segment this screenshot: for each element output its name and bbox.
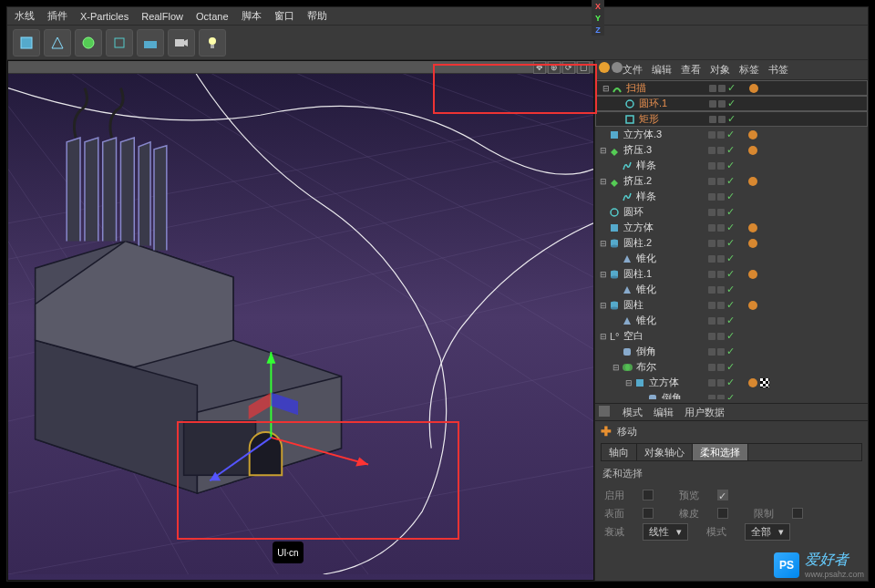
expand-toggle[interactable]: ⊟ <box>612 363 621 372</box>
render-dot[interactable] <box>717 379 725 387</box>
layer-dot[interactable] <box>709 100 716 108</box>
render-dot[interactable] <box>718 100 726 108</box>
render-dot[interactable] <box>717 224 725 232</box>
visibility-check[interactable]: ✓ <box>726 206 736 218</box>
render-dot[interactable] <box>717 147 725 154</box>
object-label[interactable]: 立方体 <box>623 221 868 234</box>
visibility-check[interactable]: ✓ <box>727 113 736 125</box>
om-menu-item[interactable]: 查看 <box>681 63 701 77</box>
attr-menu-item[interactable]: 编辑 <box>654 406 674 419</box>
object-label[interactable]: 圆环.1 <box>639 97 861 110</box>
object-label[interactable]: 圆柱 <box>623 298 868 312</box>
object-label[interactable]: 扫描 <box>626 81 861 95</box>
render-dot[interactable] <box>717 178 725 185</box>
object-label[interactable]: 锥化 <box>636 252 868 265</box>
layer-dot[interactable] <box>708 193 715 201</box>
pen-tool-button[interactable] <box>44 29 71 57</box>
object-label[interactable]: 倒角 <box>662 391 868 399</box>
om-menu-item[interactable]: 文件 <box>623 63 643 77</box>
tab-axis[interactable]: 轴向 <box>602 444 637 460</box>
tag-icon[interactable] <box>748 378 757 387</box>
render-dot[interactable] <box>717 333 725 340</box>
tree-row[interactable]: 矩形✓ <box>595 111 868 127</box>
layer-dot[interactable] <box>708 209 715 216</box>
mode-select[interactable]: 全部▾ <box>745 523 790 541</box>
visibility-check[interactable]: ✓ <box>726 346 736 357</box>
render-dot[interactable] <box>717 302 725 309</box>
render-dot[interactable] <box>717 317 725 325</box>
om-menu-item[interactable]: 对象 <box>710 63 730 77</box>
visibility-check[interactable]: ✓ <box>726 284 736 295</box>
layer-dot[interactable] <box>708 240 715 247</box>
tree-row[interactable]: ⊟挤压.2✓ <box>595 173 868 189</box>
visibility-check[interactable]: ✓ <box>726 191 736 202</box>
menu-item[interactable]: X-Particles <box>80 11 129 22</box>
tree-row[interactable]: ⊟布尔✓ <box>595 359 868 375</box>
layer-icon[interactable] <box>612 62 623 73</box>
layer-dot[interactable] <box>708 255 715 263</box>
tree-row[interactable]: ⊟扫描✓ <box>595 80 868 96</box>
render-dot[interactable] <box>717 348 725 356</box>
layer-dot[interactable] <box>708 162 715 170</box>
render-dot[interactable] <box>718 116 726 123</box>
tag-icon[interactable] <box>748 177 757 186</box>
object-label[interactable]: 圆环 <box>623 205 868 219</box>
layer-dot[interactable] <box>708 348 715 356</box>
tag-icon[interactable] <box>748 301 757 310</box>
tree-row[interactable]: 锥化✓ <box>595 313 868 328</box>
light-button[interactable] <box>199 29 226 57</box>
render-dot[interactable] <box>717 286 725 294</box>
primitive-cube-button[interactable] <box>13 29 40 57</box>
om-menu-item[interactable]: 书签 <box>768 63 788 77</box>
tag-icon[interactable] <box>760 378 769 387</box>
tree-row[interactable]: 圆环.1✓ <box>595 96 868 111</box>
tree-row[interactable]: ⊟L°空白✓ <box>595 328 868 344</box>
tab-soft-selection[interactable]: 柔和选择 <box>693 444 748 460</box>
tree-row[interactable]: 立方体✓ <box>595 220 868 235</box>
deformer-button[interactable] <box>106 29 133 57</box>
tree-row[interactable]: ⊟挤压.3✓ <box>595 142 868 158</box>
visibility-check[interactable]: ✓ <box>726 222 736 233</box>
tree-row[interactable]: 立方体.3✓ <box>595 127 868 142</box>
render-dot[interactable] <box>718 85 726 92</box>
grid-icon[interactable] <box>599 406 610 417</box>
rubber-checkbox[interactable] <box>717 508 728 519</box>
object-label[interactable]: 样条 <box>636 159 868 172</box>
visibility-check[interactable]: ✓ <box>726 129 736 140</box>
render-dot[interactable] <box>717 193 725 201</box>
object-label[interactable]: 锥化 <box>636 283 868 296</box>
tree-row[interactable]: 倒角✓ <box>595 390 868 399</box>
visibility-check[interactable]: ✓ <box>726 144 736 156</box>
layer-dot[interactable] <box>708 333 715 340</box>
expand-toggle[interactable]: ⊟ <box>602 84 611 93</box>
visibility-check[interactable]: ✓ <box>727 98 736 109</box>
viewport[interactable]: ✥ ⊕ ⟳ ▢ <box>7 60 594 581</box>
render-dot[interactable] <box>717 255 725 263</box>
tree-row[interactable]: 锥化✓ <box>595 251 868 266</box>
tag-icon[interactable] <box>748 223 757 232</box>
layer-dot[interactable] <box>708 271 715 278</box>
visibility-check[interactable]: ✓ <box>726 175 736 187</box>
expand-toggle[interactable]: ⊟ <box>599 177 608 186</box>
expand-toggle[interactable]: ⊟ <box>599 270 608 279</box>
tag-icon[interactable] <box>748 239 757 248</box>
object-label[interactable]: 布尔 <box>636 360 868 374</box>
visibility-check[interactable]: ✓ <box>726 377 736 388</box>
tree-row[interactable]: ⊟立方体✓ <box>595 375 868 390</box>
tree-row[interactable]: 样条✓ <box>595 158 868 173</box>
layer-dot[interactable] <box>708 286 715 294</box>
render-dot[interactable] <box>717 271 725 278</box>
om-menu-item[interactable]: 编辑 <box>652 63 672 77</box>
expand-toggle[interactable]: ⊟ <box>599 301 608 310</box>
layer-dot[interactable] <box>708 317 715 325</box>
render-dot[interactable] <box>717 240 725 247</box>
generator-button[interactable] <box>75 29 102 57</box>
environment-button[interactable] <box>137 29 164 57</box>
menu-item[interactable]: 窗口 <box>274 9 294 23</box>
layer-dot[interactable] <box>709 116 716 123</box>
visibility-check[interactable]: ✓ <box>726 299 736 311</box>
preview-checkbox[interactable]: ✓ <box>717 490 728 500</box>
om-menu-item[interactable]: 标签 <box>739 63 759 77</box>
visibility-check[interactable]: ✓ <box>726 160 736 171</box>
tag-icon[interactable] <box>748 146 757 155</box>
